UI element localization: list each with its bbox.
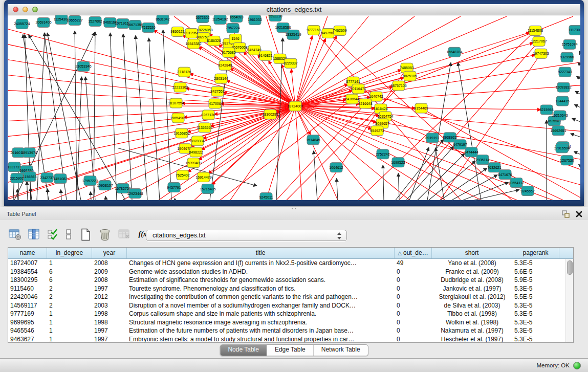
graph-edge [8,106,295,167]
column-header-indegree[interactable]: in_degree [47,248,92,258]
graph-node-label: 17016504 [554,146,570,150]
graph-node-label: 2803144 [214,77,228,80]
graph-node-label: 8919197 [425,136,439,140]
table-cell: 1998 [92,310,127,318]
graph-node-label: 7957224 [226,26,239,30]
table-cell: Jankovic et al. (1997) [432,285,512,293]
network-table-selector[interactable]: citations_edges.txt [146,230,347,241]
table-panel-body: f(x) citations_edges.txt namein_degreeye… [0,220,588,358]
trash-icon[interactable] [98,228,112,241]
graph-node-label: 6479197 [453,143,467,146]
table-row[interactable]: 1456911722003Disruption of a novel membe… [8,301,573,310]
graph-edge [91,192,91,200]
network-window-inner: citations_edges.txt 24055724206914061125… [8,4,580,200]
graph-node-label: 9242848 [218,63,232,67]
graph-edge [571,134,580,137]
table-cell: Nakamura et al. (1997) [432,326,512,335]
table-cell: Wolkin et al. (1998) [432,318,512,327]
table-cell: 9115460 [8,285,47,293]
float-panel-icon[interactable] [561,210,570,218]
graph-node-label: 12923448 [127,192,143,195]
delete-table-icon[interactable] [118,228,131,241]
tab-network-table[interactable]: Network Table [314,345,368,356]
graph-edge [429,161,475,200]
new-file-icon[interactable] [79,228,92,241]
graph-node-label: 19654903 [170,116,186,120]
column-header-outde[interactable]: △out_de… [395,248,432,258]
table-cell: 6 [47,276,92,285]
graph-node-label: 9549273 [370,129,384,133]
table-row[interactable]: 969969511998Structural magnetic resonanc… [8,318,573,327]
table-row[interactable]: 1872400712008Changes of HCN gene express… [8,259,573,268]
table-cell: 2 [47,285,92,293]
graph-edge [61,190,61,200]
close-panel-icon[interactable] [575,210,583,218]
column-header-name[interactable]: name [8,248,47,258]
graph-edge [399,41,539,200]
graph-edge [435,148,444,200]
table-cell: 5.5E-5 [512,293,559,301]
table-row[interactable]: 946362711997Embryonic stem cells: a mode… [8,335,573,343]
column-header-short[interactable]: short [432,248,512,258]
scrollbar-thumb[interactable] [567,260,573,275]
graph-node-label: 1527602 [88,19,102,23]
graph-node-label: 1244415 [555,99,569,103]
select-rows-icon[interactable] [47,228,58,241]
graph-node-label: 1640742 [369,95,383,98]
table-settings-icon[interactable] [8,228,21,241]
graph-node-label: 7462609 [333,29,346,32]
graph-node-label: 417006 [209,102,221,105]
graph-node-label: 16671355 [127,23,143,27]
graph-node-label: 19218586 [275,26,291,29]
table-row[interactable]: 1830029562008Estimation of significance … [8,276,573,285]
graph-edge [77,77,82,200]
column-header-year[interactable]: year [92,248,127,258]
graph-edge [105,196,106,200]
table-cell: 1 [47,259,92,268]
graph-edge [8,114,270,199]
graph-edge [48,189,48,200]
graph-node-label: 10116471 [351,87,366,91]
graph-node-label: 9777169 [307,28,320,32]
graph-edge [295,39,325,106]
panel-resize-grip[interactable] [290,208,297,210]
table-columns-icon[interactable] [28,228,41,241]
graph-node-label: 9245652 [520,189,534,193]
graph-edge [163,30,171,200]
graph-node-label: 8427552 [210,90,224,93]
rows-icon[interactable] [64,228,73,241]
table-cell: Tourette syndrome. Phenomenology and cla… [127,285,395,293]
graph-node-label: 18757105 [390,84,406,87]
table-cell: Embryonic stem cells: a model to study s… [127,335,395,343]
table-cell: 0 [395,335,432,343]
table-cell: 22420046 [8,293,47,301]
graph-node-label: 9825105 [403,74,417,78]
graph-edge [27,182,28,200]
graph-node-label: 3315901 [10,177,24,180]
table-cell: 2003 [92,301,127,310]
graph-node-label: 1961033 [248,18,262,21]
graph-node-label: 8099657 [375,122,389,125]
network-canvas[interactable]: 2405572420691406112543031065522715276028… [8,15,580,200]
table-cell: 2 [47,301,92,310]
graph-edge [230,69,295,106]
column-header-title[interactable]: title [127,248,395,258]
graph-node-label: 16914479 [195,176,211,179]
table-cell: 0 [395,318,432,327]
table-row[interactable]: 1938455462009Genome-wide association stu… [8,268,573,276]
table-cell: 0 [395,310,432,318]
tab-edge-table[interactable]: Edge Table [267,345,314,356]
window-titlebar[interactable]: citations_edges.txt [8,4,580,15]
table-panel-title: Table Panel [7,211,36,217]
graph-node-label: 9146821 [258,54,272,57]
table-cell: Investigating the contribution of common… [127,293,395,301]
table-row[interactable]: 977716911998Corpus callosum shape and si… [8,310,573,318]
table-row[interactable]: 2242004622012Investigating the contribut… [8,293,573,301]
table-row[interactable]: 946554611997Estimation of the future num… [8,326,573,335]
column-header-pagerank[interactable]: pagerank [512,248,559,258]
table-vertical-scrollbar[interactable] [565,259,573,342]
graph-edge [17,189,18,200]
tab-node-table[interactable]: Node Table [220,345,267,356]
table-row[interactable]: 911546021997Tourette syndrome. Phenomeno… [8,285,573,293]
graph-node-label: 10654112 [509,181,525,185]
